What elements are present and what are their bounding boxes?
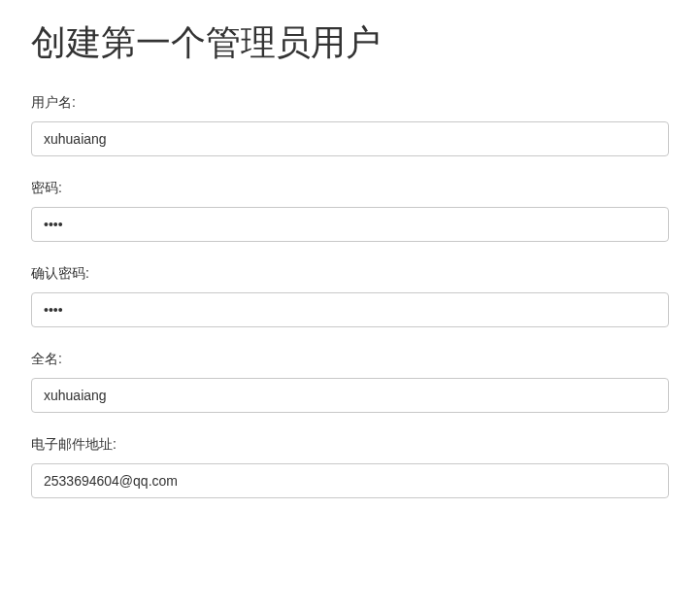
email-label: 电子邮件地址: (31, 436, 669, 454)
fullname-input[interactable] (31, 378, 669, 413)
password-group: 密码: (31, 180, 669, 242)
username-label: 用户名: (31, 94, 669, 112)
password-input[interactable] (31, 207, 669, 242)
fullname-group: 全名: (31, 351, 669, 413)
password-label: 密码: (31, 180, 669, 197)
email-input[interactable] (31, 463, 669, 498)
confirm-password-group: 确认密码: (31, 265, 669, 327)
page-title: 创建第一个管理员用户 (31, 19, 669, 67)
username-group: 用户名: (31, 94, 669, 156)
confirm-password-input[interactable] (31, 292, 669, 327)
fullname-label: 全名: (31, 351, 669, 368)
email-group: 电子邮件地址: (31, 436, 669, 498)
username-input[interactable] (31, 121, 669, 156)
confirm-password-label: 确认密码: (31, 265, 669, 283)
